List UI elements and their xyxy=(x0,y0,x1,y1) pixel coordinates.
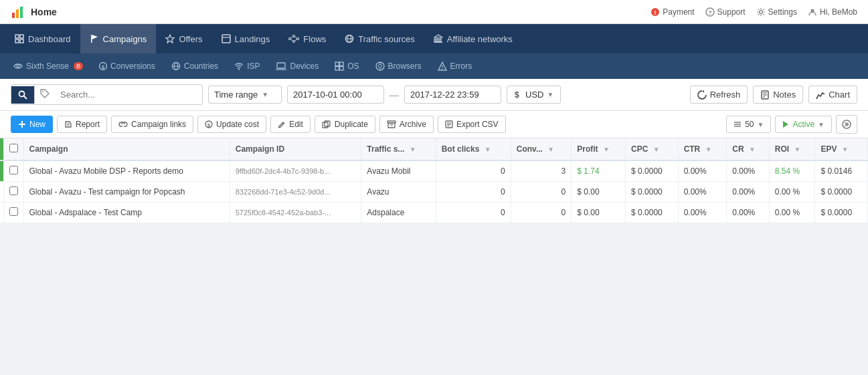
column-settings-button[interactable] xyxy=(836,115,857,134)
cell-roi: 0.00 % xyxy=(769,182,815,203)
column-header-epv[interactable]: EPV ▼ xyxy=(815,138,868,160)
notes-button[interactable]: Notes xyxy=(753,86,803,104)
user-icon xyxy=(808,7,817,17)
table-header-row: Campaign Campaign ID Traffic s... ▼ Bot … xyxy=(0,138,868,160)
nav-item-campaigns[interactable]: Campaigns xyxy=(80,24,157,53)
select-all-header[interactable] xyxy=(3,138,23,160)
row-checkbox-cell[interactable] xyxy=(3,182,23,203)
cell-conv: 3 xyxy=(511,160,571,182)
windows-icon xyxy=(335,61,344,71)
time-range-chevron-icon: ▼ xyxy=(262,91,268,98)
svg-rect-2 xyxy=(20,7,23,18)
select-all-checkbox[interactable] xyxy=(9,144,18,152)
data-table: Campaign Campaign ID Traffic s... ▼ Bot … xyxy=(0,138,868,223)
cell-ctr: 0.00% xyxy=(678,182,727,203)
cell-ctr: 0.00% xyxy=(678,160,727,182)
chart-button[interactable]: Chart xyxy=(808,86,857,104)
gear-icon xyxy=(756,7,766,17)
payment-link[interactable]: ! Payment xyxy=(650,7,694,17)
svg-rect-0 xyxy=(12,13,15,18)
subnav-item-countries[interactable]: Countries xyxy=(163,53,226,79)
search-input[interactable] xyxy=(55,86,202,104)
grid-icon xyxy=(15,34,24,43)
table-row: Global - Avazu Mobile DSP - Reports demo… xyxy=(0,160,868,182)
column-header-roi[interactable]: ROI ▼ xyxy=(769,138,815,160)
cell-profit: $ 0.00 xyxy=(572,203,626,223)
app-name[interactable]: Home xyxy=(31,7,57,17)
nav-item-traffic-sources[interactable]: Traffic sources xyxy=(335,24,424,53)
edit-button[interactable]: Edit xyxy=(270,116,311,133)
active-button[interactable]: Active ▼ xyxy=(775,116,832,133)
subnav-item-devices[interactable]: Devices xyxy=(268,53,327,79)
notes-icon xyxy=(760,90,770,100)
duplicate-button[interactable]: Duplicate xyxy=(315,116,375,133)
support-link[interactable]: ? Support xyxy=(705,7,746,17)
topbar-left: Home xyxy=(11,5,57,19)
settings-link[interactable]: Settings xyxy=(756,7,797,17)
svg-point-52 xyxy=(442,68,443,70)
currency-dropdown[interactable]: $ USD ▼ xyxy=(507,86,561,104)
export-csv-button[interactable]: Export CSV xyxy=(438,116,506,133)
subnav-item-conversions[interactable]: $ Conversions xyxy=(91,53,163,79)
time-range-dropdown[interactable]: Time range ▼ xyxy=(208,86,282,104)
svg-marker-64 xyxy=(66,122,71,127)
cell-bot_clicks: 0 xyxy=(436,203,511,223)
svg-text:!: ! xyxy=(655,9,657,16)
cell-traffic_source: Avazu xyxy=(361,182,436,203)
nav-item-landings[interactable]: Landings xyxy=(212,24,280,53)
subnav-item-os[interactable]: OS xyxy=(327,53,367,79)
cell-campaign: Global - Avazu Mobile DSP - Reports demo xyxy=(23,160,230,182)
row-checkbox-cell[interactable] xyxy=(3,160,23,182)
row-checkbox[interactable] xyxy=(9,186,18,195)
subnav-item-sixth-sense[interactable]: Sixth Sense B xyxy=(5,53,91,79)
nav-item-offers[interactable]: Offers xyxy=(156,24,211,53)
row-checkbox[interactable] xyxy=(9,207,18,216)
laptop-icon xyxy=(276,61,286,71)
svg-marker-14 xyxy=(166,35,175,43)
cell-bot_clicks: 0 xyxy=(436,160,511,182)
search-button[interactable] xyxy=(11,86,34,104)
row-checkbox-cell[interactable] xyxy=(3,203,23,223)
subnav-item-browsers[interactable]: Browsers xyxy=(367,53,430,79)
question-icon: ? xyxy=(705,7,715,17)
date-to-input[interactable] xyxy=(404,86,501,104)
cell-cpc: $ 0.0000 xyxy=(626,203,679,223)
svg-rect-71 xyxy=(325,121,330,126)
subnav-item-isp[interactable]: ISP xyxy=(226,53,268,79)
svg-text:$: $ xyxy=(102,64,105,70)
column-header-profit[interactable]: Profit ▼ xyxy=(572,138,626,160)
cell-cr: 0.00% xyxy=(727,160,770,182)
nav-item-affiliate-networks[interactable]: Affiliate networks xyxy=(424,24,522,53)
globe-icon xyxy=(345,34,354,43)
column-header-ctr[interactable]: CTR ▼ xyxy=(678,138,727,160)
new-button[interactable]: New xyxy=(11,116,53,133)
svg-line-21 xyxy=(291,37,293,38)
plus-icon xyxy=(18,120,26,128)
nav-item-flows[interactable]: Flows xyxy=(279,24,335,53)
row-checkbox[interactable] xyxy=(9,166,18,174)
per-page-button[interactable]: 50 ▼ xyxy=(726,116,771,133)
warning-icon xyxy=(438,61,447,71)
subnav-item-errors[interactable]: Errors xyxy=(430,53,481,79)
user-menu[interactable]: Hi, BeMob xyxy=(808,7,857,17)
search-icon xyxy=(18,90,27,100)
column-header-campaign[interactable]: Campaign xyxy=(23,138,230,160)
update-cost-button[interactable]: $ Update cost xyxy=(197,116,266,133)
column-header-conv[interactable]: Conv... ▼ xyxy=(511,138,571,160)
play-icon xyxy=(782,120,789,128)
search-wrap xyxy=(11,84,203,105)
refresh-button[interactable]: Refresh xyxy=(690,86,748,104)
column-header-cr[interactable]: CR ▼ xyxy=(727,138,770,160)
campaign-links-button[interactable]: Campaign links xyxy=(111,116,193,133)
column-header-cpc[interactable]: CPC ▼ xyxy=(626,138,679,160)
duplicate-icon xyxy=(322,120,331,128)
date-from-input[interactable] xyxy=(287,86,384,104)
column-header-campaign-id[interactable]: Campaign ID xyxy=(230,138,361,160)
tag-button[interactable] xyxy=(34,85,55,104)
sort-icon: ▼ xyxy=(485,146,491,153)
archive-button[interactable]: Archive xyxy=(379,116,434,133)
column-header-bot-clicks[interactable]: Bot clicks ▼ xyxy=(436,138,511,160)
column-header-traffic-source[interactable]: Traffic s... ▼ xyxy=(361,138,436,160)
nav-item-dashboard[interactable]: Dashboard xyxy=(5,24,80,53)
report-button[interactable]: Report xyxy=(57,116,107,133)
